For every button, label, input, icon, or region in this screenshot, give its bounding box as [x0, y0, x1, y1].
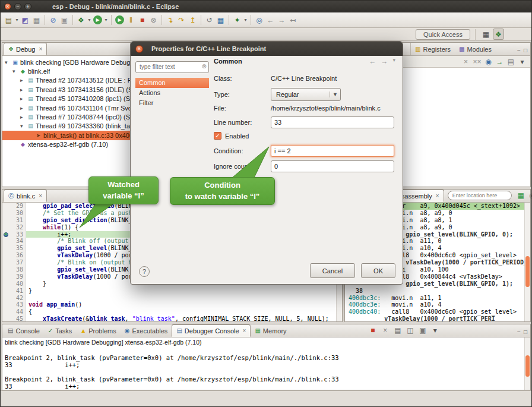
- new-wizard-button[interactable]: ▤: [3, 14, 14, 26]
- line-number[interactable]: 36: [11, 252, 26, 259]
- close-tab-icon[interactable]: ×: [436, 193, 439, 199]
- line-number[interactable]: 34: [11, 238, 26, 245]
- console-scrollbar[interactable]: [524, 337, 530, 390]
- type-dropdown[interactable]: Regular ▼: [271, 88, 341, 101]
- maximize-panel-icon[interactable]: □: [524, 329, 527, 335]
- console-lines[interactable]: Breakpoint 2, blink_task (pvParameter=0x…: [2, 347, 530, 390]
- step-return-button[interactable]: ↥: [187, 14, 198, 26]
- remove-breakpoint-button[interactable]: ×: [460, 56, 471, 67]
- expand-all-button[interactable]: ▤: [505, 56, 517, 67]
- tab-debug[interactable]: ❖ Debug ×: [4, 43, 47, 55]
- dialog-close-button[interactable]: ×: [135, 45, 143, 53]
- toggle-mark-button[interactable]: ▣: [59, 14, 70, 26]
- line-number[interactable]: 39: [11, 273, 26, 280]
- enabled-checkbox[interactable]: ✓: [214, 132, 221, 140]
- save-button[interactable]: ◩: [20, 14, 31, 26]
- show-breakpoints-button[interactable]: ◉: [483, 56, 494, 67]
- quick-access-button[interactable]: Quick Access: [416, 29, 470, 40]
- forward-icon[interactable]: →: [381, 57, 388, 65]
- window-close-button[interactable]: ×: [4, 3, 11, 10]
- filter-input[interactable]: [135, 61, 209, 73]
- window-minimize-button[interactable]: −: [14, 3, 21, 10]
- ignore-count-input[interactable]: [271, 160, 394, 172]
- pin-console-button[interactable]: ◫: [404, 324, 416, 336]
- line-number[interactable]: 37: [11, 259, 26, 266]
- skip-breakpoints-button[interactable]: ⊘: [48, 14, 59, 26]
- line-number[interactable]: 38: [11, 266, 26, 273]
- line-number[interactable]: 31: [11, 217, 26, 224]
- minimize-panel-icon[interactable]: −: [517, 47, 521, 53]
- window-maximize-button[interactable]: +: [24, 3, 31, 10]
- tab-tasks[interactable]: ✓Tasks: [44, 324, 77, 337]
- maximize-panel-icon[interactable]: □: [524, 47, 527, 53]
- show-source-button[interactable]: ▦: [515, 190, 527, 201]
- external-tools-button[interactable]: ✦: [232, 14, 243, 26]
- remove-console-button[interactable]: ×: [379, 324, 391, 336]
- line-number[interactable]: 30: [11, 210, 26, 217]
- editor-annotation-ruler[interactable]: [2, 295, 11, 302]
- run-dropdown[interactable]: ▾: [103, 14, 109, 26]
- clear-filter-icon[interactable]: ⊗: [202, 63, 207, 70]
- editor-annotation-ruler[interactable]: [2, 224, 11, 231]
- line-number-input[interactable]: [271, 116, 394, 128]
- view-menu-button[interactable]: ▾: [517, 56, 528, 67]
- tree-expander[interactable]: ▸: [20, 87, 27, 93]
- close-tab-icon[interactable]: ×: [39, 193, 42, 199]
- editor-annotation-ruler[interactable]: [2, 203, 11, 210]
- editor-annotation-ruler[interactable]: [2, 315, 11, 321]
- editor-annotation-ruler[interactable]: ▶: [2, 231, 11, 238]
- tree-expander[interactable]: ▸: [20, 105, 27, 111]
- terminate-console-button[interactable]: ■: [367, 324, 378, 336]
- line-number[interactable]: 33: [11, 231, 26, 238]
- tab-problems[interactable]: ▲Problems: [76, 324, 120, 337]
- tab-debugger-console[interactable]: ▤Debugger Console×: [172, 324, 251, 337]
- back-icon[interactable]: ←: [369, 57, 376, 65]
- editor-annotation-ruler[interactable]: [2, 210, 11, 217]
- location-input[interactable]: [448, 191, 512, 200]
- editor-annotation-ruler[interactable]: [2, 217, 11, 224]
- display-console-button[interactable]: ▣: [417, 324, 428, 336]
- dialog-nav-common[interactable]: Common: [135, 78, 209, 88]
- tree-expander[interactable]: ▾: [12, 68, 19, 74]
- go-to-file-button[interactable]: →: [494, 56, 505, 67]
- editor-annotation-ruler[interactable]: [2, 301, 11, 308]
- line-number[interactable]: 29: [11, 203, 26, 210]
- ok-button[interactable]: OK: [361, 263, 395, 278]
- tab-registers[interactable]: ▥ Registers: [410, 43, 455, 55]
- clear-console-button[interactable]: ▤: [392, 324, 403, 336]
- tab-memory[interactable]: ▦Memory: [251, 324, 290, 337]
- minimize-panel-icon[interactable]: −: [517, 329, 521, 335]
- last-edit-location-button[interactable]: ↤: [287, 14, 299, 26]
- tab-executables[interactable]: ◉Executables: [121, 324, 172, 337]
- condition-input[interactable]: [271, 145, 394, 157]
- help-button[interactable]: ?: [139, 266, 150, 277]
- tree-expander[interactable]: ▸: [20, 77, 27, 83]
- drop-to-frame-button[interactable]: ↺: [204, 14, 215, 26]
- terminate-button[interactable]: ■: [137, 14, 148, 26]
- debug-dropdown[interactable]: ▾: [87, 14, 92, 26]
- next-annotation-button[interactable]: →: [276, 14, 287, 26]
- console-scrollbar-thumb[interactable]: [525, 355, 530, 377]
- line-number[interactable]: 45: [11, 315, 26, 321]
- new-dropdown[interactable]: ▾: [14, 14, 20, 26]
- line-number[interactable]: 41: [11, 288, 26, 295]
- line-number[interactable]: 44: [11, 308, 26, 315]
- tree-expander[interactable]: ▾: [20, 123, 27, 129]
- tree-expander[interactable]: ▸: [20, 114, 27, 120]
- editor-annotation-ruler[interactable]: [2, 288, 11, 295]
- disconnect-button[interactable]: ⊗: [148, 14, 159, 26]
- sync-selection-button[interactable]: ◉: [527, 190, 532, 201]
- remove-all-breakpoints-button[interactable]: ××: [471, 56, 483, 67]
- editor-annotation-ruler[interactable]: [2, 238, 11, 245]
- tab-blink-c[interactable]: ⓒ blink.c ×: [4, 190, 47, 202]
- open-perspective-button[interactable]: ▦: [480, 29, 492, 40]
- close-tab-icon[interactable]: ×: [243, 327, 246, 334]
- menu-dropdown-icon[interactable]: ▾: [392, 57, 395, 65]
- external-tools-dropdown[interactable]: ▾: [243, 14, 248, 26]
- line-number[interactable]: 43: [11, 301, 26, 308]
- dialog-nav-filter[interactable]: Filter: [135, 98, 209, 108]
- disassembly-scrollbar-thumb[interactable]: [525, 256, 530, 287]
- tab-modules[interactable]: ▩ Modules: [455, 43, 496, 55]
- instruction-stepping-button[interactable]: ▦: [215, 14, 226, 26]
- dialog-nav-actions[interactable]: Actions: [135, 88, 209, 98]
